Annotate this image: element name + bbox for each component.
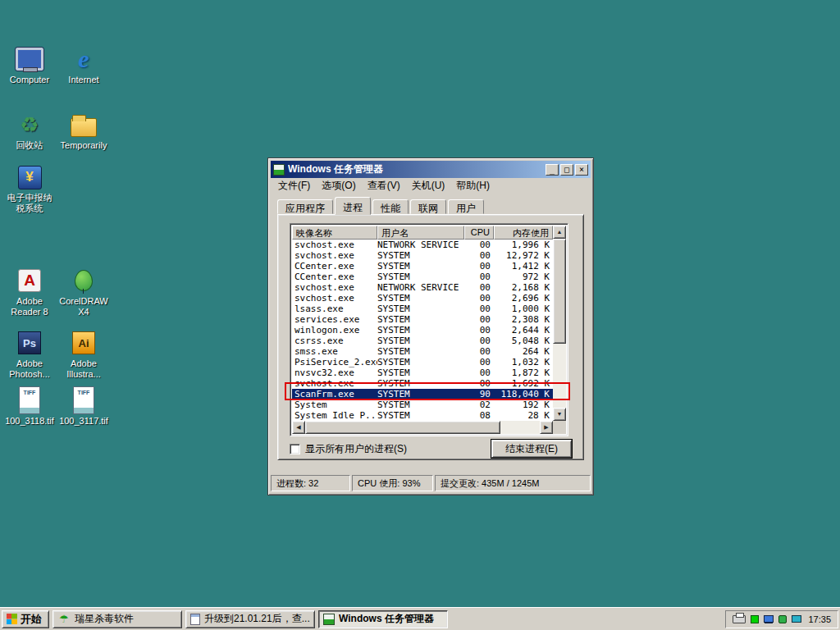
system-tray: 17:35 <box>725 610 838 628</box>
process-user: SYSTEM <box>377 293 464 304</box>
minimize-button[interactable]: _ <box>546 164 559 176</box>
process-cpu: 00 <box>464 325 494 336</box>
process-row[interactable]: csrss.exe SYSTEM 00 5,048 K <box>292 336 553 346</box>
taskbar-task-button[interactable]: Windows 任务管理器 <box>318 610 448 628</box>
column-header[interactable]: 用户名 <box>377 226 464 240</box>
panel-bottom-row: 显示所有用户的进程(S) 结束进程(E) <box>290 440 572 458</box>
tab-strip: 应用程序 进程 性能 联网 用户 <box>277 197 486 214</box>
desktop-icon-image <box>15 267 44 294</box>
menu-item[interactable]: 帮助(H) <box>450 177 495 194</box>
task-manager-app-icon <box>273 164 285 176</box>
desktop-icon-image <box>15 387 44 413</box>
menu-item[interactable]: 查看(V) <box>362 177 406 194</box>
desktop-icon[interactable]: 100_3118.tif <box>3 387 56 427</box>
scroll-right-icon[interactable]: ▶ <box>540 421 553 434</box>
process-cpu: 00 <box>464 346 494 357</box>
horizontal-scroll-thumb[interactable] <box>305 421 500 434</box>
desktop-icon[interactable]: Adobe Photosh... <box>3 330 56 380</box>
desktop-icon[interactable]: Adobe Reader 8 <box>3 267 56 317</box>
desktop-icon-image <box>69 387 98 413</box>
display-icon[interactable] <box>764 615 774 623</box>
end-process-button[interactable]: 结束进程(E) <box>491 440 572 458</box>
taskbar-task-button[interactable]: 升级到21.01.21后，查... <box>185 610 315 628</box>
desktop-icon[interactable]: Computer <box>3 46 56 85</box>
network-icon[interactable] <box>792 615 801 623</box>
scroll-up-icon[interactable]: ▲ <box>553 226 566 239</box>
menu-item[interactable]: 文件(F) <box>272 177 316 194</box>
process-row[interactable]: svchost.exe SYSTEM 00 12,972 K <box>292 250 553 261</box>
process-cpu: 00 <box>464 336 494 346</box>
desktop-icon-image <box>15 112 44 138</box>
desktop-icon[interactable]: 回收站 <box>3 112 56 151</box>
printer-icon[interactable] <box>733 615 746 623</box>
vertical-scrollbar[interactable]: ▲ ▼ <box>553 226 566 421</box>
process-cpu: 00 <box>464 293 494 304</box>
process-row[interactable]: ScanFrm.exe SYSTEM 90 118,040 K <box>292 389 553 399</box>
process-row[interactable]: nvsvc32.exe SYSTEM 00 1,872 K <box>292 368 553 378</box>
menu-item[interactable]: 关机(U) <box>406 177 451 194</box>
process-row[interactable]: svchost.exe SYSTEM 00 1,692 K <box>292 378 553 389</box>
process-cpu: 00 <box>464 368 494 378</box>
taskbar: 开始 瑞星杀毒软件 升级到21.01.21后，查... Windows 任务管理… <box>0 607 840 630</box>
desktop-icon-label: 100_3118.tif <box>3 416 56 427</box>
maximize-button[interactable]: □ <box>560 164 573 176</box>
desktop-icon[interactable]: Adobe Illustra... <box>57 330 110 380</box>
process-row[interactable]: System SYSTEM 02 192 K <box>292 399 553 410</box>
scroll-left-icon[interactable]: ◀ <box>292 421 305 434</box>
process-row[interactable]: services.exe SYSTEM 00 2,308 K <box>292 314 553 325</box>
process-row[interactable]: CCenter.exe SYSTEM 00 1,412 K <box>292 261 553 272</box>
start-button[interactable]: 开始 <box>2 610 49 628</box>
process-row[interactable]: winlogon.exe SYSTEM 00 2,644 K <box>292 325 553 336</box>
process-user: SYSTEM <box>377 304 464 314</box>
task-button-label: Windows 任务管理器 <box>339 612 434 626</box>
tab[interactable]: 性能 <box>372 199 409 214</box>
desktop-icon-label: CorelDRAW X4 <box>57 296 110 317</box>
process-mem: 1,032 K <box>494 357 553 368</box>
desktop-icon[interactable]: 电子申报纳税系统 <box>3 164 56 214</box>
tab[interactable]: 联网 <box>410 199 446 214</box>
column-header[interactable]: 映像名称 <box>292 226 377 240</box>
process-row[interactable]: svchost.exe NETWORK SERVICE 00 2,168 K <box>292 282 553 293</box>
desktop-icon[interactable]: Temporarily <box>57 112 110 151</box>
vertical-scroll-thumb[interactable] <box>553 239 566 344</box>
tab[interactable]: 进程 <box>335 197 371 215</box>
column-header[interactable]: 内存使用 <box>494 226 553 240</box>
process-row[interactable]: svchost.exe NETWORK SERVICE 00 1,996 K <box>292 240 553 250</box>
process-row[interactable]: PsiService_2.exe SYSTEM 00 1,032 K <box>292 357 553 368</box>
process-name: services.exe <box>292 314 377 325</box>
process-row[interactable]: svchost.exe SYSTEM 00 2,696 K <box>292 293 553 304</box>
close-button[interactable]: × <box>575 164 588 176</box>
horizontal-scrollbar[interactable]: ◀ ▶ <box>292 421 553 434</box>
show-all-users-checkbox[interactable] <box>290 444 300 454</box>
safety-icon[interactable] <box>778 615 787 623</box>
process-list-body: svchost.exe NETWORK SERVICE 00 1,996 K s… <box>292 240 553 421</box>
menu-item[interactable]: 选项(O) <box>316 177 361 194</box>
column-header[interactable]: CPU <box>464 226 494 240</box>
desktop-icon[interactable]: Internet <box>57 46 110 85</box>
process-row[interactable]: lsass.exe SYSTEM 00 1,000 K <box>292 304 553 314</box>
desktop-icon[interactable]: CorelDRAW X4 <box>57 267 110 317</box>
process-mem: 1,872 K <box>494 368 553 378</box>
title-bar[interactable]: Windows 任务管理器 _ □ × <box>271 161 591 178</box>
taskbar-task-button[interactable]: 瑞星杀毒软件 <box>52 610 182 628</box>
process-row[interactable]: smss.exe SYSTEM 00 264 K <box>292 346 553 357</box>
process-row[interactable]: CCenter.exe SYSTEM 00 972 K <box>292 272 553 282</box>
processes-tab-panel: 映像名称 用户名 CPU 内存使用 虚 svchost.exe NETWORK … <box>277 214 584 460</box>
process-cpu: 08 <box>464 410 494 421</box>
scroll-down-icon[interactable]: ▼ <box>553 408 566 421</box>
process-cpu: 00 <box>464 304 494 314</box>
taskbar-clock[interactable]: 17:35 <box>808 614 831 624</box>
desktop-icon-image <box>69 330 98 356</box>
process-user: SYSTEM <box>377 378 464 389</box>
process-mem: 1,000 K <box>494 304 553 314</box>
tab[interactable]: 用户 <box>448 199 484 214</box>
show-all-users-label: 显示所有用户的进程(S) <box>305 442 407 456</box>
desktop-icon[interactable]: 100_3117.tif <box>57 387 110 427</box>
process-mem: 2,168 K <box>494 282 553 293</box>
antivirus-status-icon[interactable] <box>751 615 759 623</box>
process-row[interactable]: System Idle P... SYSTEM 08 28 K <box>292 410 553 421</box>
process-name: csrss.exe <box>292 336 377 346</box>
process-name: System <box>292 399 377 410</box>
process-mem: 2,308 K <box>494 314 553 325</box>
tab[interactable]: 应用程序 <box>277 199 333 214</box>
